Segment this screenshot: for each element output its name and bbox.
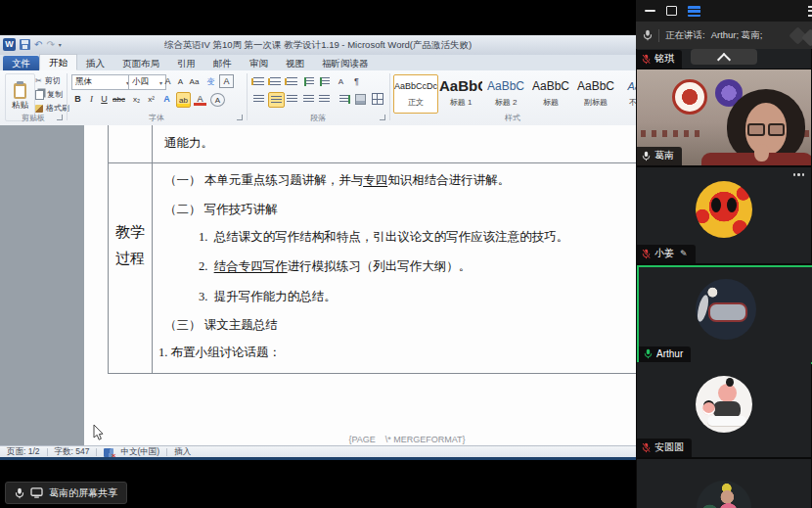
text-effects-button[interactable]: A bbox=[160, 92, 173, 106]
status-insert-mode[interactable]: 插入 bbox=[174, 446, 191, 457]
minimize-icon[interactable] bbox=[645, 10, 655, 12]
grow-font-button[interactable]: A bbox=[161, 74, 174, 88]
tab-mailings[interactable]: 邮件 bbox=[204, 56, 241, 70]
participant-tile-anyuanyuan[interactable]: 安圆圆 bbox=[637, 362, 811, 457]
tab-insert[interactable]: 插入 bbox=[77, 56, 113, 70]
participant-name-badge: 葛南 bbox=[637, 147, 682, 165]
window-bottom-edge bbox=[0, 457, 636, 460]
style-heading1[interactable]: AaBbC 标题 1 bbox=[438, 74, 483, 114]
doc-line: （一） 本单元重点练习题讲解，并与专四知识相结合进行讲解。 bbox=[164, 172, 510, 189]
decrease-indent-button[interactable] bbox=[301, 74, 316, 88]
show-marks-button[interactable]: ¶ bbox=[349, 74, 364, 88]
cut-icon: ✂ bbox=[35, 76, 42, 85]
paragraph-group-label: 段落 bbox=[247, 113, 389, 123]
bullets-button[interactable] bbox=[251, 74, 266, 88]
copy-button[interactable]: 复制 bbox=[35, 89, 63, 100]
align-right-button[interactable] bbox=[285, 92, 299, 106]
avatar bbox=[696, 376, 752, 433]
participant-tile-genan[interactable]: 葛南 bbox=[637, 69, 811, 165]
screen-share-banner[interactable]: 葛南的屏幕共享 bbox=[5, 482, 127, 504]
character-border-button[interactable]: A bbox=[219, 74, 234, 88]
sort-button[interactable]: A bbox=[334, 74, 348, 88]
doc-text-segment: 总结课文的写作结构和特点，引出议论文的写作应该注意的技巧。 bbox=[214, 230, 569, 244]
align-center-button[interactable] bbox=[268, 92, 285, 108]
change-case-button[interactable]: Aa bbox=[188, 74, 201, 88]
style-label: 副标题 bbox=[574, 97, 617, 108]
text-highlight-button[interactable]: ab bbox=[176, 92, 191, 108]
doc-line: 2. 结合专四写作进行模拟练习（列出写作大纲）。 bbox=[199, 258, 471, 275]
qat-dropdown-icon[interactable]: ▾ bbox=[59, 41, 62, 48]
mic-muted-icon bbox=[642, 54, 651, 65]
undo-icon[interactable]: ↶ bbox=[34, 38, 42, 51]
save-icon[interactable] bbox=[20, 39, 30, 50]
shrink-font-button[interactable]: A bbox=[174, 74, 187, 88]
participant-name: 小姜 bbox=[654, 247, 674, 260]
participant-name: 铭琪 bbox=[654, 52, 674, 66]
more-options-icon[interactable] bbox=[793, 173, 805, 176]
participant-tile-arthur[interactable]: Arthur bbox=[637, 265, 812, 364]
cut-button[interactable]: ✂ 剪切 bbox=[35, 75, 61, 86]
superscript-button[interactable]: x² bbox=[145, 92, 158, 106]
strikethrough-button[interactable]: abc bbox=[113, 92, 125, 106]
subscript-button[interactable]: x₂ bbox=[130, 92, 143, 106]
mouse-cursor-icon bbox=[92, 424, 104, 441]
shading-button[interactable] bbox=[353, 92, 368, 106]
avatar-goggles bbox=[708, 302, 747, 322]
mic-icon bbox=[15, 487, 24, 499]
tab-review[interactable]: 审阅 bbox=[241, 56, 277, 70]
style-subtitle[interactable]: AaBbC 副标题 bbox=[573, 74, 618, 114]
tab-page-layout[interactable]: 页面布局 bbox=[113, 56, 168, 70]
status-word-count[interactable]: 字数: 547 bbox=[55, 446, 90, 457]
italic-button[interactable]: I bbox=[85, 92, 98, 106]
participants-list-toggle-icon[interactable] bbox=[808, 6, 812, 17]
paragraph-dialog-launcher-icon[interactable] bbox=[380, 115, 385, 120]
spellcheck-icon[interactable]: × bbox=[104, 448, 113, 457]
screen-share-icon bbox=[30, 487, 43, 498]
avatar bbox=[696, 279, 756, 340]
document-area[interactable]: 教学过程 通能力。 （一） 本单元重点练习题讲解，并与专四知识相结合进行讲解。 … bbox=[0, 125, 636, 445]
borders-button[interactable] bbox=[370, 92, 384, 106]
style-subtle[interactable]: AaBb 不明显 bbox=[618, 74, 636, 114]
styles-group-label: 样式 bbox=[389, 113, 636, 123]
align-left-button[interactable] bbox=[251, 92, 266, 106]
increase-indent-button[interactable] bbox=[317, 74, 332, 88]
character-shading-button[interactable]: A bbox=[210, 93, 225, 107]
tab-file[interactable]: 文件 bbox=[3, 56, 39, 70]
style-heading2[interactable]: AaBbC 标题 2 bbox=[483, 74, 528, 114]
justify-button[interactable] bbox=[301, 92, 316, 106]
status-language[interactable]: 中文(中国) bbox=[120, 446, 159, 457]
distribute-button[interactable] bbox=[317, 92, 332, 106]
tab-home[interactable]: 开始 bbox=[39, 54, 77, 70]
tab-foxit-reader[interactable]: 福昕阅读器 bbox=[313, 56, 378, 70]
tab-references[interactable]: 引用 bbox=[168, 56, 204, 70]
redo-icon[interactable]: ↷ bbox=[46, 38, 54, 51]
avatar bbox=[696, 181, 752, 238]
participant-tile-xiaojiang[interactable]: 小姜 ✎ bbox=[637, 167, 811, 263]
layout-view-icon[interactable] bbox=[688, 6, 700, 17]
avatar-figure bbox=[718, 384, 737, 402]
mic-muted-icon bbox=[642, 249, 651, 259]
line-spacing-button[interactable] bbox=[337, 92, 351, 106]
collapse-videos-button[interactable] bbox=[691, 49, 757, 65]
underline-button[interactable]: U bbox=[98, 92, 111, 106]
bold-button[interactable]: B bbox=[71, 92, 84, 106]
font-name-combo[interactable]: 黑体 ▾ bbox=[71, 74, 133, 90]
restore-icon[interactable] bbox=[666, 6, 677, 16]
multilevel-list-button[interactable] bbox=[285, 74, 299, 88]
status-page-count[interactable]: 页面: 1/2 bbox=[7, 446, 40, 457]
meeting-app-window: 综合英语IV 第10周 第一次课 教学设计1.19 - Microsoft Wo… bbox=[0, 0, 812, 508]
edit-name-icon[interactable]: ✎ bbox=[680, 249, 688, 258]
style-normal[interactable]: AaBbCcDc 正文 bbox=[393, 74, 438, 114]
clipboard-dialog-launcher-icon[interactable] bbox=[57, 115, 63, 120]
font-dialog-launcher-icon[interactable] bbox=[237, 115, 243, 120]
table-border bbox=[108, 162, 636, 163]
style-title[interactable]: AaBbC 标题 bbox=[528, 74, 573, 114]
participants-panel: 正在讲话: Arthur; 葛南; 铭琪 bbox=[636, 0, 812, 508]
paste-label: 粘贴 bbox=[12, 100, 28, 112]
tab-view[interactable]: 视图 bbox=[277, 56, 313, 70]
numbering-button[interactable] bbox=[268, 74, 283, 88]
phonetic-guide-button[interactable]: 变 bbox=[204, 74, 217, 88]
participant-tile-cropped[interactable] bbox=[637, 459, 811, 508]
document-page[interactable]: 教学过程 通能力。 （一） 本单元重点练习题讲解，并与专四知识相结合进行讲解。 … bbox=[84, 125, 636, 445]
font-color-button[interactable]: A bbox=[194, 92, 206, 106]
